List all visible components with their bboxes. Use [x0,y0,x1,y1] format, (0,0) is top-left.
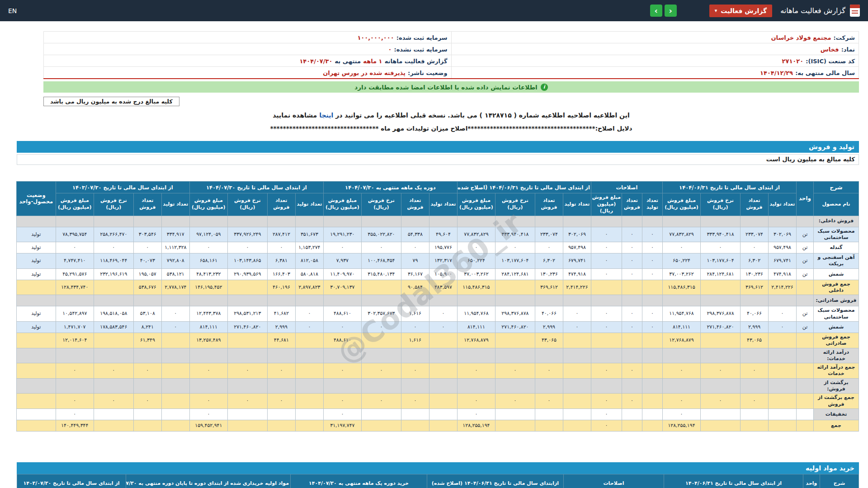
value-cell: ۰ [56,394,94,409]
value-cell: ۹۰,۵۸۴ [401,280,429,295]
value-cell: ۷۷,۸۳۲,۸۲۹ [662,227,700,242]
value-cell [295,348,323,363]
value-cell [701,408,741,420]
value-cell [769,408,797,420]
value-cell: ۹۷,۱۲۴,۰۵۹ [189,227,227,242]
value-cell [622,420,642,431]
report-type-label: گزارش فعالیت [721,7,767,14]
col-sub-header: مبلغ فروش (میلیون ریال) [662,193,700,216]
info-label: وضعیت ناشر: [408,70,447,76]
value-cell [701,216,741,227]
unit-cell [797,280,814,295]
value-cell: ۰ [591,363,622,379]
value-cell: ۰ [622,363,642,379]
value-cell: ۰ [642,253,662,269]
value-cell: ۲۷۱,۴۶۰,۸۲۰ [227,321,267,333]
value-cell: ۰ [161,321,189,333]
value-cell [189,348,227,363]
value-cell [642,378,662,394]
value-cell: ۱۰۳,۱۴۳,۸۶۵ [227,253,267,269]
top-navbar: گزارش فعالیت ماهانه گزارش فعالیت ▾ ‹ › E… [0,0,868,21]
value-cell: ۶۵۸,۱۶۱ [189,253,227,269]
value-cell: ۱۱,۹۵۴,۷۶۸ [662,306,700,322]
value-cell: ۱۱۸,۴۶۹,۰۴۴ [94,253,133,269]
info-cell-report-period: گزارش فعالیت ماهانه ۱ ماهه منتهی به ۱۴۰۴… [44,55,452,67]
value-cell: ۰ [429,321,457,333]
value-cell: ۰ [361,363,401,379]
col-group-header: از ابتدای سال مالی تا تاریخ ۱۴۰۳/۰۷/۳۰ [56,182,189,193]
value-cell: ۰ [563,306,591,322]
value-cell [267,295,295,306]
value-cell [94,333,133,348]
value-cell [591,333,622,348]
value-cell: ۰ [189,363,227,379]
info-label: سرمایه ثبت شده: [396,34,448,41]
value-cell [161,333,189,348]
value-cell: ۷۹ [401,253,429,269]
value-cell [361,420,401,431]
page: گزارش فعالیت ماهانه گزارش فعالیت ▾ ‹ › E… [0,0,868,488]
materials-col-header: خرید دوره یک ماهه منتهی به ۱۴۰۴/۰۷/۳۰ [291,474,427,488]
value-cell: ۴,۷۴۷,۴۱۰ [56,253,94,269]
previous-announcement-link[interactable]: اینجا [319,112,333,119]
value-cell: ۳۵۱,۶۷۳ [295,227,323,242]
value-cell [457,295,495,306]
info-row: شرکت: مجتمع فولاد خراسان سرمایه ثبت شده:… [44,32,859,43]
amendment-text-2: مشاهده نمایید [273,112,317,119]
value-cell: ۲۷۱,۴۶۰,۸۲۰ [495,321,535,333]
value-cell: ۳۳۳,۹۴۰,۴۱۸ [495,227,535,242]
value-cell [429,295,457,306]
language-toggle-en[interactable]: EN [8,7,17,14]
value-cell: ۱۲۸,۲۵۵,۱۹۴ [662,420,700,431]
value-cell [56,348,94,363]
value-cell: ۲۵۸,۲۶۶,۴۷۰ [94,227,133,242]
value-cell [495,408,535,420]
col-group-header: از ابتدای سال مالی تا تاریخ ۱۴۰۴/۰۶/۳۱ (… [457,182,591,193]
unit-cell [797,295,814,306]
value-cell [133,216,161,227]
previous-report-button[interactable]: ‹ [665,5,677,17]
value-cell: ۳۰۲,۰۶۹ [769,227,797,242]
materials-col-header: اصلاحات [564,474,664,488]
value-cell: ۰ [401,321,429,333]
value-cell [401,348,429,363]
value-cell [361,280,401,295]
next-report-button[interactable]: › [650,5,662,17]
status-cell [16,280,56,295]
value-cell [161,295,189,306]
value-cell: ۰ [267,394,295,409]
value-cell [161,420,189,431]
header-group-row: شرحواحداز ابتدای سال مالی تا تاریخ ۱۴۰۴/… [16,182,859,193]
col-group-header: دوره یک ماهه منتهی به ۱۴۰۴/۰۷/۳۰ [323,182,457,193]
value-cell [227,420,267,431]
value-cell: ۰ [56,242,94,253]
value-cell [741,295,769,306]
value-cell [622,295,642,306]
report-type-dropdown[interactable]: گزارش فعالیت ▾ [709,5,773,17]
value-cell: ۳۶,۱۶۷ [401,268,429,280]
status-cell: تولید [16,306,56,322]
value-cell: ۰ [642,306,662,322]
col-sub-header: تعداد فروش [267,193,295,216]
value-cell [622,408,642,420]
status-cell: تولید [16,268,56,280]
col-group-header: از ابتدای سال مالی تا تاریخ ۱۴۰۴/۰۷/۳۰ [189,182,323,193]
value-cell [429,333,457,348]
value-cell: ۰ [267,242,295,253]
raw-materials-table: شرحواحداز ابتدای سال مالی تا تاریخ ۱۴۰۴/… [17,474,859,488]
info-label: منتهی به [335,58,361,65]
info-value: مجتمع فولاد خراسان [771,34,831,41]
value-cell: ۰ [622,242,642,253]
value-cell [495,348,535,363]
value-cell: ۰ [189,408,227,420]
value-cell: ۱۲۸,۴۳۴,۷۴۰ [56,280,94,295]
col-sub-header: تعداد تولید [642,193,662,216]
unit-cell [797,408,814,420]
value-cell [642,280,662,295]
table-row: جمع فروش داخلی۲,۴۱۴,۲۲۶۳۶۹,۶۱۲۱۱۵,۴۸۶,۳۱… [16,280,859,295]
value-cell: ۳۰,۷۰۹,۱۳۷ [323,280,361,295]
col-sub-header: تعداد تولید [429,193,457,216]
value-cell [769,420,797,431]
table-row: شمشتن۴۷۴,۹۱۸۱۳۰,۲۳۶۲۸۴,۱۲۴,۶۸۱۳۷,۰۰۳,۲۶۲… [16,268,859,280]
value-cell: ۰ [591,420,622,431]
